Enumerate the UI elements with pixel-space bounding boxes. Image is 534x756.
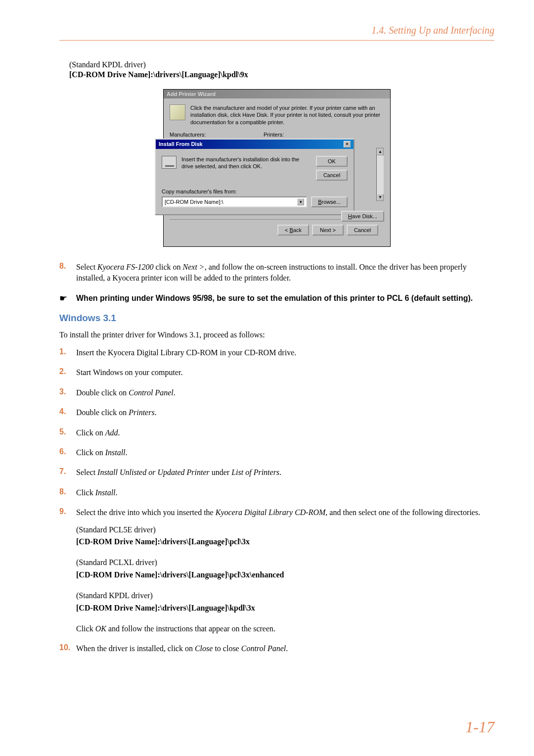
pointing-hand-icon: ☛ — [59, 293, 76, 304]
page-header: 1.4. Setting Up and Interfacing — [59, 25, 494, 41]
path-dropdown[interactable]: [CD-ROM Drive Name]:\ ▼ — [162, 196, 307, 207]
manufacturers-label: Manufacturers: — [170, 132, 264, 138]
back-button[interactable]: < Back — [277, 225, 309, 236]
cancel-wizard-button[interactable]: Cancel — [347, 225, 378, 236]
kpdl3x-path: [CD-ROM Drive Name]:\drivers\[Language]\… — [76, 603, 494, 614]
win31-step-2: 2. Start Windows on your computer. — [59, 367, 494, 378]
dialog-titlebar: Add Printer Wizard — [164, 90, 390, 98]
step-text: Select Kyocera FS-1200 click on Next >, … — [76, 262, 494, 284]
win31-step-5: 5. Click on Add. — [59, 427, 494, 438]
note: ☛ When printing under Windows 95/98, be … — [59, 293, 494, 304]
disk-icon — [162, 156, 177, 169]
scrollbar[interactable]: ▲ ▼ — [376, 148, 384, 201]
page-number: 1-17 — [465, 718, 494, 736]
win31-step-10: 10. When the driver is installed, click … — [59, 643, 494, 654]
win31-step-6: 6. Click on Install. — [59, 447, 494, 458]
add-printer-wizard-dialog: Add Printer Wizard Click the manufacture… — [163, 89, 391, 247]
sub-dialog-text: Insert the manufacturer's installation d… — [181, 156, 311, 170]
printers-label: Printers: — [264, 132, 284, 138]
printer-icon — [170, 104, 185, 120]
have-disk-button[interactable]: Have Disk... — [341, 211, 384, 222]
cancel-button[interactable]: Cancel — [316, 170, 348, 181]
sub-dialog-title-text: Install From Disk — [159, 141, 203, 147]
step-number: 8. — [59, 262, 76, 284]
header-section-title: 1.4. Setting Up and Interfacing — [371, 25, 494, 36]
path-value: [CD-ROM Drive Name]:\ — [165, 199, 223, 205]
win31-step-1: 1. Insert the Kyocera Digital Library CD… — [59, 347, 494, 358]
windows-31-intro: To install the printer driver for Window… — [59, 331, 494, 339]
kpdl-driver-label: (Standard KPDL driver) — [69, 60, 494, 69]
pcl5e-label: (Standard PCL5E driver) — [76, 524, 494, 535]
dialog-intro-text: Click the manufacturer and model of your… — [190, 104, 384, 126]
pcl5e-path: [CD-ROM Drive Name]:\drivers\[Language]\… — [76, 536, 494, 547]
sub-dialog-titlebar: Install From Disk × — [156, 140, 354, 149]
dialog-screenshot: Add Printer Wizard Click the manufacture… — [59, 89, 494, 247]
top-driver-block: (Standard KPDL driver) [CD-ROM Drive Nam… — [69, 60, 494, 79]
close-icon[interactable]: × — [344, 141, 351, 147]
install-from-disk-dialog: Install From Disk × Insert the manufactu… — [155, 139, 355, 215]
pclxl-path: [CD-ROM Drive Name]:\drivers\[Language]\… — [76, 569, 494, 580]
click-ok-line: Click OK and follow the instructions tha… — [76, 623, 494, 634]
win31-step-4: 4. Double click on Printers. — [59, 407, 494, 418]
note-text: When printing under Windows 95/98, be su… — [76, 293, 494, 304]
kpdl-driver-path: [CD-ROM Drive Name]:\drivers\[Language]\… — [69, 70, 494, 79]
pclxl-label: (Standard PCLXL driver) — [76, 557, 494, 568]
scroll-down-icon[interactable]: ▼ — [377, 194, 384, 201]
scroll-up-icon[interactable]: ▲ — [377, 148, 384, 155]
windows-31-heading: Windows 3.1 — [59, 313, 494, 324]
chevron-down-icon[interactable]: ▼ — [297, 198, 304, 205]
win31-step-8: 8. Click Install. — [59, 487, 494, 498]
copy-files-label: Copy manufacturer's files from: — [162, 189, 348, 194]
win31-step-3: 3. Double click on Control Panel. — [59, 387, 494, 398]
win31-step-7: 7. Select Install Unlisted or Updated Pr… — [59, 467, 494, 478]
browse-button[interactable]: Browse... — [311, 196, 348, 207]
step-8: 8. Select Kyocera FS-1200 click on Next … — [59, 262, 494, 284]
next-button[interactable]: Next > — [312, 225, 344, 236]
kpdl3x-label: (Standard KPDL driver) — [76, 590, 494, 601]
win31-step-9: 9. Select the drive into which you inser… — [59, 507, 494, 634]
ok-button[interactable]: OK — [316, 156, 348, 167]
